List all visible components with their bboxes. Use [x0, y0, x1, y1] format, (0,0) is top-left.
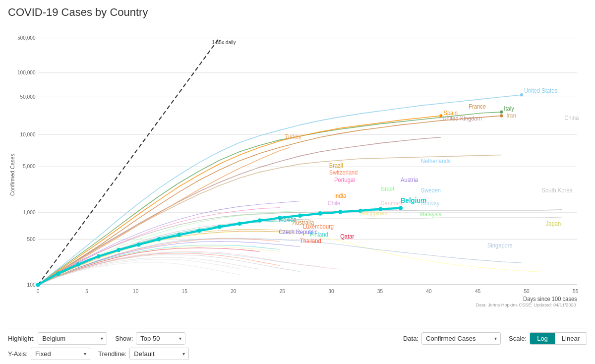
svg-text:China: China	[564, 115, 579, 121]
svg-point-36	[36, 283, 40, 287]
show-label: Show:	[115, 335, 133, 342]
svg-text:Japan: Japan	[546, 221, 561, 227]
show-select-wrapper: Top 50 Top 25 Top 10 All ▾	[136, 332, 185, 345]
svg-text:5,000: 5,000	[23, 164, 36, 169]
svg-text:20: 20	[231, 288, 236, 294]
svg-text:100: 100	[27, 282, 36, 287]
svg-text:United States: United States	[524, 88, 557, 94]
svg-text:30: 30	[328, 288, 334, 294]
chart-area: Confirmed Cases 500,000 100,000 50,000 1…	[8, 22, 587, 328]
highlight-select[interactable]: Belgium United States Italy Spain France	[38, 332, 107, 345]
svg-text:40: 40	[426, 288, 431, 294]
svg-point-46	[238, 222, 241, 226]
svg-point-50	[318, 211, 322, 216]
svg-text:India: India	[334, 193, 347, 199]
svg-point-39	[96, 254, 100, 259]
scale-label: Scale:	[509, 335, 527, 342]
svg-text:100,000: 100,000	[18, 70, 36, 75]
svg-text:Singapore: Singapore	[487, 242, 513, 248]
show-group: Show: Top 50 Top 25 Top 10 All ▾	[115, 332, 185, 345]
controls-row-1: Highlight: Belgium United States Italy S…	[8, 332, 587, 345]
svg-text:0: 0	[37, 288, 40, 294]
svg-text:France: France	[469, 104, 486, 110]
highlight-label: Highlight:	[8, 335, 35, 342]
svg-text:45: 45	[475, 288, 480, 294]
svg-text:500: 500	[27, 236, 36, 242]
svg-point-49	[298, 213, 302, 218]
svg-text:Portugal: Portugal	[334, 177, 355, 182]
svg-text:Thailand: Thailand	[300, 238, 321, 244]
trendline-label: Trendline:	[98, 350, 126, 358]
svg-text:Sweden: Sweden	[421, 187, 441, 193]
svg-point-47	[258, 218, 262, 223]
svg-point-44	[197, 229, 201, 233]
svg-text:Denmark: Denmark	[380, 200, 403, 206]
data-select[interactable]: Confirmed Cases Deaths Recovered	[421, 332, 501, 345]
svg-text:Philippines: Philippines	[360, 210, 387, 216]
svg-point-35	[500, 114, 503, 117]
svg-point-42	[157, 237, 161, 242]
svg-text:Malaysia: Malaysia	[420, 211, 442, 217]
scale-buttons: Log Linear	[530, 332, 587, 345]
svg-text:10,000: 10,000	[20, 131, 36, 137]
svg-point-37	[56, 271, 60, 276]
svg-text:Switzerland: Switzerland	[329, 170, 358, 176]
chart-title: COVID-19 Cases by Country	[8, 6, 587, 19]
yaxis-select-wrapper: Fixed Dynamic ▾	[31, 348, 90, 360]
chart-inner: 500,000 100,000 50,000 10,000 5,000 1,00…	[18, 22, 587, 328]
trendline-select[interactable]: Default None	[129, 348, 189, 360]
svg-text:500,000: 500,000	[18, 35, 36, 40]
svg-point-43	[177, 233, 181, 237]
chart-svg: 500,000 100,000 50,000 10,000 5,000 1,00…	[18, 22, 587, 328]
svg-text:Data: Johns Hopkins CSSE; Upda: Data: Johns Hopkins CSSE; Updated: 04/11…	[476, 302, 576, 307]
scale-linear-button[interactable]: Linear	[555, 333, 587, 344]
svg-point-32	[520, 93, 523, 96]
data-select-wrapper: Confirmed Cases Deaths Recovered ▾	[421, 332, 501, 345]
main-container: COVID-19 Cases by Country Confirmed Case…	[0, 0, 595, 364]
svg-text:Finland: Finland	[310, 232, 328, 238]
yaxis-group: Y-Axis: Fixed Dynamic ▾	[8, 348, 90, 360]
svg-text:Netherlands: Netherlands	[421, 158, 451, 164]
svg-point-40	[117, 248, 120, 252]
data-label: Data:	[403, 335, 418, 342]
highlight-group: Highlight: Belgium United States Italy S…	[8, 332, 107, 345]
svg-text:Israel: Israel	[380, 186, 394, 192]
svg-text:South Korea: South Korea	[542, 187, 573, 193]
controls-row-2: Y-Axis: Fixed Dynamic ▾ Trendline: Defau…	[8, 348, 587, 360]
controls-panel: Highlight: Belgium United States Italy S…	[8, 328, 587, 360]
yaxis-label: Y-Axis:	[8, 350, 28, 358]
svg-text:Brazil: Brazil	[329, 163, 343, 169]
svg-text:5: 5	[85, 288, 88, 294]
svg-text:25: 25	[280, 288, 285, 294]
scale-log-button[interactable]: Log	[530, 333, 555, 344]
highlight-select-wrapper: Belgium United States Italy Spain France…	[38, 332, 107, 345]
svg-text:Chile: Chile	[328, 200, 340, 206]
svg-point-41	[137, 243, 141, 247]
svg-text:10: 10	[133, 288, 138, 294]
trendline-group: Trendline: Default None ▾	[98, 348, 189, 360]
svg-text:55: 55	[573, 288, 578, 294]
svg-text:Iran: Iran	[506, 112, 516, 118]
svg-text:Austria: Austria	[401, 177, 418, 182]
svg-text:Italy: Italy	[504, 105, 514, 111]
svg-point-54	[399, 206, 403, 210]
svg-text:Norway: Norway	[421, 200, 440, 206]
svg-point-45	[217, 225, 221, 229]
scale-group: Scale: Log Linear	[509, 332, 587, 345]
svg-text:1.35x daily: 1.35x daily	[212, 40, 236, 45]
show-select[interactable]: Top 50 Top 25 Top 10 All	[136, 332, 185, 345]
y-axis-label: Confirmed Cases	[8, 22, 17, 328]
svg-point-33	[500, 111, 503, 114]
svg-text:United Kingdom: United Kingdom	[442, 116, 481, 121]
svg-text:35: 35	[377, 288, 383, 294]
yaxis-select[interactable]: Fixed Dynamic	[31, 348, 90, 360]
trendline-select-wrapper: Default None ▾	[129, 348, 189, 360]
svg-point-51	[338, 210, 342, 214]
svg-text:Days since 100 cases: Days since 100 cases	[523, 296, 577, 302]
svg-point-38	[76, 262, 80, 267]
data-group: Data: Confirmed Cases Deaths Recovered ▾	[403, 332, 501, 345]
svg-text:Qatar: Qatar	[340, 234, 354, 240]
svg-text:1,000: 1,000	[23, 209, 36, 215]
svg-text:Turkey: Turkey	[285, 134, 301, 140]
svg-text:50: 50	[524, 288, 529, 294]
